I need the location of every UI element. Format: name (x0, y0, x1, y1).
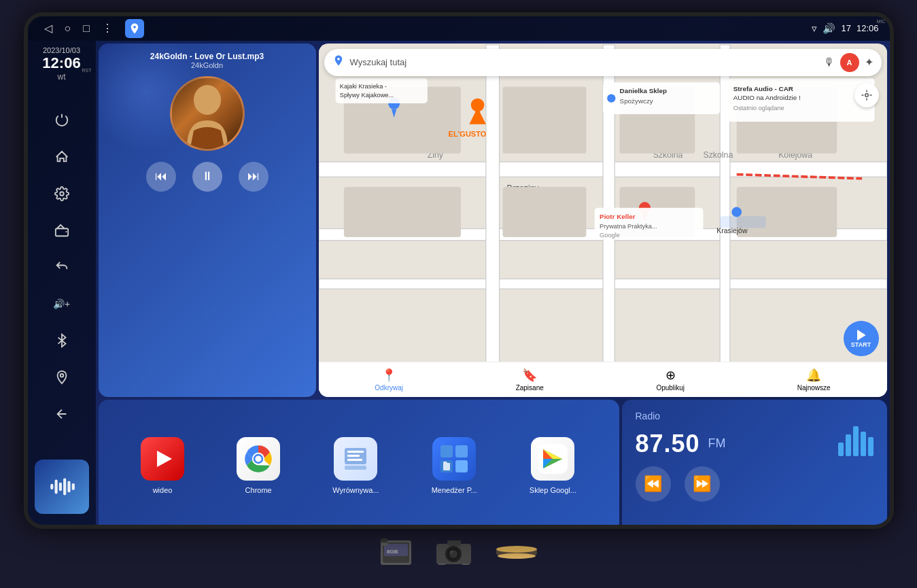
bar-1 (838, 443, 844, 456)
svg-point-9 (194, 85, 221, 115)
saved-icon: 🔖 (522, 368, 537, 383)
radio-rewind-button[interactable]: ⏪ (636, 466, 671, 502)
map-tab-opublikuj[interactable]: ⊕ Opublikuj (656, 368, 685, 392)
music-controls: ⏮ ⏸ ⏭ (146, 162, 269, 192)
chrome-icon (237, 437, 280, 481)
prev-button[interactable]: ⏮ (146, 162, 176, 192)
radio-band: FM (708, 436, 726, 451)
svg-rect-7 (67, 481, 70, 492)
sidebar-bottom (28, 460, 96, 519)
sidebar-settings-button[interactable] (45, 177, 79, 211)
svg-rect-24 (502, 86, 586, 153)
app-wideo[interactable]: wideo (141, 437, 184, 494)
radio-signal-bars (838, 432, 873, 456)
radio-frequency: 87.50 (636, 430, 700, 458)
screen: MIC ◁ ○ □ ⋮ ▿ 🔊 17 12:06 (28, 16, 890, 525)
svg-text:8GB: 8GB (387, 549, 398, 555)
discover-icon: 📍 (381, 368, 396, 383)
sidebar-home-button[interactable] (45, 140, 79, 174)
svg-point-0 (60, 192, 64, 196)
main-content: RST 2023/10/03 12:06 wt (28, 41, 890, 525)
radio-forward-button[interactable]: ⏩ (685, 466, 720, 502)
sidebar: RST 2023/10/03 12:06 wt (28, 41, 96, 525)
svg-text:Piotr Keller: Piotr Keller (600, 212, 636, 220)
map-mic-icon[interactable]: 🎙 (824, 56, 835, 69)
map-tab-zapisane[interactable]: 🔖 Zapisane (516, 368, 544, 392)
svg-rect-25 (502, 186, 586, 237)
tab-newest-label: Najnowsze (797, 384, 831, 392)
svg-text:AUDIO na Androidzie !: AUDIO na Androidzie ! (733, 94, 800, 101)
bar-5 (868, 437, 873, 456)
sidebar-back2-button[interactable] (45, 397, 79, 431)
svg-text:EL'GUSTO: EL'GUSTO (448, 130, 486, 138)
map-search-bar[interactable]: Wyszukaj tutaj 🎙 A ✦ (324, 49, 882, 76)
map-tab-odkrywaj[interactable]: 📍 Odkrywaj (375, 368, 403, 392)
svg-text:Krasiejów: Krasiejów (716, 226, 748, 234)
svg-rect-14 (485, 44, 499, 395)
svg-point-56 (865, 93, 868, 97)
svg-rect-71 (455, 460, 468, 472)
accessories-strip: 8GB (377, 529, 540, 576)
radio-freq-row: 87.50 FM (636, 430, 873, 458)
home-nav-button[interactable]: ○ (65, 22, 71, 35)
tab-publish-label: Opublikuj (656, 384, 685, 392)
play-pause-button[interactable]: ⏸ (192, 162, 222, 192)
audio-widget[interactable] (35, 460, 89, 514)
map-location-button[interactable] (854, 83, 879, 107)
menedzer-label: Menedżer P... (432, 486, 477, 494)
svg-marker-58 (157, 451, 172, 467)
app-menedzer[interactable]: Menedżer P... (432, 437, 477, 494)
wideo-icon (141, 437, 184, 481)
wideo-label: wideo (153, 486, 173, 494)
sd-card-accessory: 8GB (377, 537, 415, 568)
maps-logo-icon (332, 54, 345, 70)
day-display: wt (58, 72, 66, 82)
sidebar-location-button[interactable] (45, 360, 79, 394)
app-chrome[interactable]: Chrome (237, 437, 280, 494)
radio-label: Radio (636, 411, 873, 421)
play-store-icon (531, 437, 574, 481)
map-search-text: Wyszukaj tutaj (350, 57, 818, 67)
music-title: 24kGoldn - Love Or Lust.mp3 (150, 52, 264, 61)
music-artist: 24kGoldn (191, 61, 223, 69)
bar-2 (846, 434, 851, 456)
sidebar-back-button[interactable] (45, 250, 79, 284)
svg-rect-84 (447, 540, 461, 546)
bar-4 (861, 432, 866, 456)
svg-text:Ostatnio oglądane: Ostatnio oglądane (733, 104, 784, 111)
map-tab-najnowsze[interactable]: 🔔 Najnowsze (797, 368, 831, 392)
app-sklep-google[interactable]: Sklep Googl... (530, 437, 576, 494)
map-user-avatar[interactable]: A (840, 53, 859, 72)
app-wyrownywanie[interactable]: Wyrównywa... (332, 437, 379, 494)
back-nav-button[interactable]: ◁ (44, 22, 52, 35)
svg-rect-4 (54, 479, 57, 494)
map-start-button[interactable]: START (844, 321, 879, 356)
status-bar: MIC ◁ ○ □ ⋮ ▿ 🔊 17 12:06 (28, 16, 890, 41)
maps-app-icon[interactable] (125, 19, 144, 38)
svg-text:Google: Google (600, 231, 620, 238)
menu-nav-button[interactable]: ⋮ (102, 22, 113, 35)
volume-icon: 🔊 (823, 22, 835, 35)
clock: 12:06 (857, 23, 879, 33)
svg-text:Kajaki Krasieka -: Kajaki Krasieka - (339, 82, 386, 89)
wyrownywanie-icon (334, 437, 377, 481)
start-label: START (851, 341, 871, 348)
recent-nav-button[interactable]: □ (83, 22, 90, 35)
radio-panel: Radio 87.50 FM (622, 400, 887, 525)
map-settings-icon[interactable]: ✦ (865, 56, 873, 69)
sidebar-bluetooth-button[interactable] (45, 324, 79, 358)
map-content: Szkolna Szkolna Kolejowa Ziny Brzeziny (319, 44, 887, 397)
bottom-row: wideo (99, 400, 887, 525)
next-button[interactable]: ⏭ (239, 162, 269, 192)
svg-text:Prywatna Praktyka...: Prywatna Praktyka... (600, 223, 657, 230)
publish-icon: ⊕ (665, 368, 676, 383)
sidebar-power-button[interactable] (45, 103, 79, 137)
sklep-google-label: Sklep Googl... (530, 486, 576, 494)
top-row: 24kGoldn - Love Or Lust.mp3 24kGoldn (99, 44, 887, 397)
sidebar-volume-button[interactable]: 🔊+ (45, 287, 79, 321)
tab-saved-label: Zapisane (516, 384, 544, 392)
svg-point-52 (731, 207, 742, 217)
svg-point-45 (607, 94, 615, 102)
battery-level: 17 (841, 23, 850, 33)
sidebar-radio-button[interactable] (45, 213, 79, 247)
